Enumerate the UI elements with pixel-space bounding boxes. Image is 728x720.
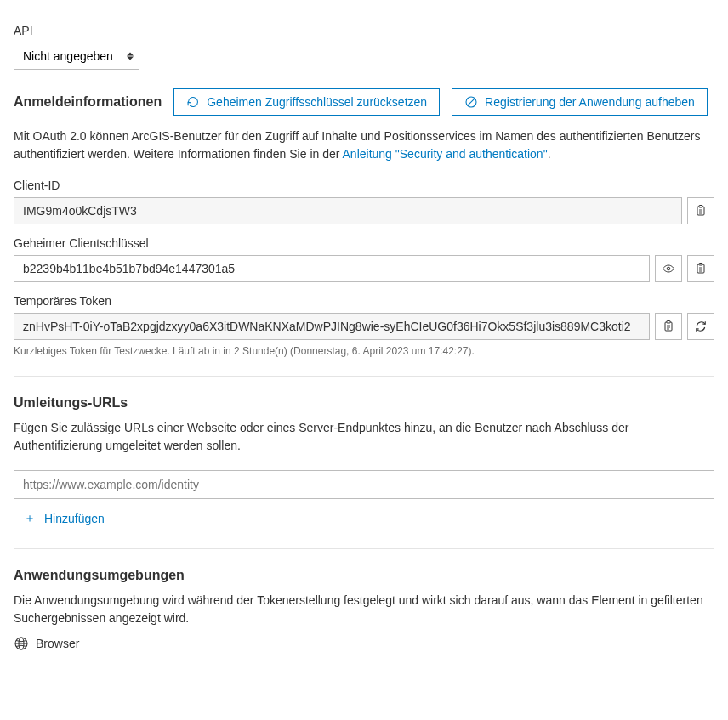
reset-secret-button[interactable]: Geheimen Zugriffsschlüssel zurücksetzen [173,88,440,116]
divider [14,376,714,377]
temp-token-helper: Kurzlebiges Token für Testzwecke. Läuft … [14,345,714,357]
temp-token-label: Temporäres Token [14,294,714,308]
copy-temp-token-button[interactable] [655,313,682,340]
svg-rect-8 [667,321,670,324]
copy-client-id-button[interactable] [687,197,714,224]
api-label: API [14,24,714,37]
redirect-url-input[interactable] [14,470,714,499]
refresh-icon [694,320,708,333]
redirect-heading: Umleitungs-URLs [14,395,714,411]
svg-line-1 [468,99,475,105]
refresh-token-button[interactable] [687,313,714,340]
temp-token-input[interactable] [14,313,650,340]
svg-point-4 [667,267,670,270]
security-doc-link[interactable]: Anleitung "Security and authentication" [343,147,548,161]
environments-description: Die Anwendungsumgebung wird während der … [14,592,714,627]
redirect-description: Fügen Sie zulässige URLs einer Webseite … [14,419,714,455]
prohibit-icon [464,95,478,109]
clipboard-icon [694,262,708,275]
client-id-input[interactable] [14,197,682,224]
svg-rect-6 [699,264,702,266]
environment-item: Browser [14,636,714,651]
credentials-heading: Anmeldeinformationen [14,94,162,110]
unregister-app-button[interactable]: Registrierung der Anwendung aufheben [452,88,708,116]
reset-icon [186,95,200,109]
client-secret-input[interactable] [14,255,650,282]
environments-heading: Anwendungsumgebungen [14,568,714,583]
globe-icon [14,636,29,651]
client-id-label: Client-ID [14,179,714,192]
svg-rect-3 [699,206,702,208]
plus-icon: ＋ [24,511,36,526]
toggle-secret-visibility-button[interactable] [655,255,682,282]
client-secret-label: Geheimer Clientschlüssel [14,236,714,250]
environment-label: Browser [36,637,79,650]
copy-client-secret-button[interactable] [687,255,714,282]
clipboard-icon [662,320,675,333]
clipboard-icon [694,204,708,218]
divider [14,548,714,549]
api-select[interactable]: Nicht angegeben [14,43,139,70]
add-redirect-button[interactable]: ＋ Hinzufügen [14,507,115,530]
credentials-description: Mit OAuth 2.0 können ArcGIS-Benutzer für… [14,128,714,163]
eye-icon [662,262,675,275]
